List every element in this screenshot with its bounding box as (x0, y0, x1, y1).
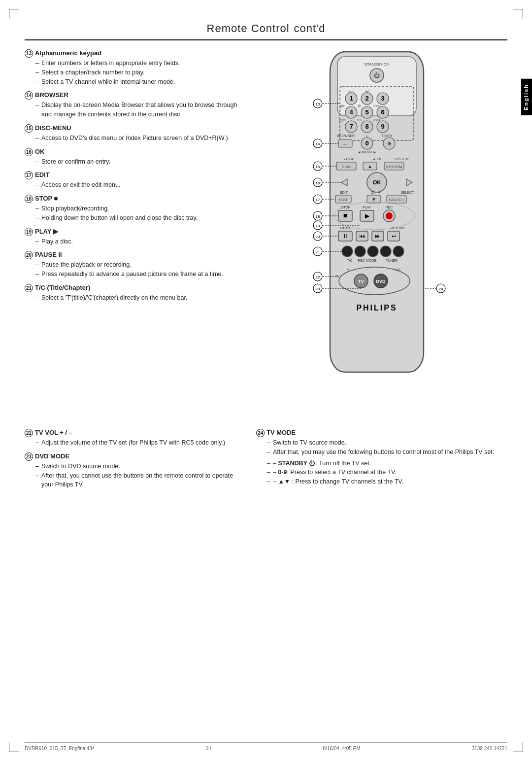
list-item: Select a 'T'(title)/'C'(chapter) directl… (35, 293, 241, 303)
section-20-label: PAUSE II (35, 251, 62, 258)
corner-mark-tl (9, 9, 19, 19)
list-item: Press repeatedly to advance a paused pic… (35, 270, 241, 279)
svg-text:mno: mno (373, 104, 380, 107)
section-14-title: 14 BROWSER (25, 91, 241, 100)
section-16-body: Store or confirm an entry. (35, 157, 241, 167)
list-item: Select a chapter/track number to play. (35, 68, 241, 77)
svg-text:STANDBY-ON: STANDBY-ON (364, 62, 389, 67)
svg-text:OK: OK (373, 179, 381, 185)
list-item: Access or exit the edit menu. (35, 180, 241, 190)
svg-text:EDIT: EDIT (339, 198, 348, 202)
svg-text:TIMER: TIMER (381, 134, 392, 138)
section-15: 15 DISC-MENU Access to DVD's disc menu o… (25, 124, 241, 143)
svg-text:DISC: DISC (341, 165, 351, 169)
list-item: Store or confirm an entry. (35, 157, 241, 167)
list-item: – STANDBY ⏻: Turn off the TV set. (267, 459, 507, 468)
section-14: 14 BROWSER Display the on-screen Media B… (25, 91, 241, 119)
section-22-label: TV VOL + / – (35, 429, 72, 436)
section-23-body: Switch to DVD source mode. After that, y… (35, 462, 241, 489)
section-24-body: Switch to TV source mode. After that, yo… (267, 438, 507, 486)
section-15-label: DISC-MENU (35, 124, 71, 132)
language-tab: English (521, 79, 532, 115)
section-15-body: Access to DVD's disc menu or Index Pictu… (35, 134, 241, 143)
list-item: – ▲▼ : Press to change TV channels at th… (267, 477, 507, 486)
footer-left: DVDR610_615_37_Engfinal434 (25, 746, 95, 751)
list-item: Switch to TV source mode. (267, 438, 507, 448)
svg-text:REC MODE: REC MODE (358, 259, 376, 262)
list-item: Stop playback/recording. (35, 204, 241, 213)
section-15-num: 15 (25, 124, 33, 133)
svg-text:↩: ↩ (392, 233, 396, 239)
section-21: 21 T/C (Title/Chapter) Select a 'T'(titl… (25, 284, 241, 303)
section-22-num: 22 (25, 429, 33, 437)
svg-text:8: 8 (365, 123, 368, 130)
svg-point-87 (380, 246, 391, 257)
section-20-title: 20 PAUSE II (25, 251, 241, 259)
svg-text:5: 5 (365, 108, 368, 116)
section-17-title: 17 EDIT (25, 171, 241, 179)
right-column: STANDBY-ON ⏻ abc def 1 2 3 ghi jkl mno 4… (246, 44, 507, 392)
section-19-body: Play a disc. (35, 237, 241, 246)
svg-text:RETURN: RETURN (390, 226, 404, 230)
svg-text:PAUSE: PAUSE (340, 226, 352, 230)
section-18-title: 18 STOP ■ (25, 195, 241, 203)
section-16-title: 16 OK (25, 148, 241, 156)
footer: DVDR610_615_37_Engfinal434 21 8/16/04, 4… (25, 742, 507, 751)
svg-text:pqrs: pqrs (339, 118, 346, 122)
corner-mark-bl (9, 742, 19, 752)
svg-text:DVD: DVD (376, 279, 386, 284)
svg-text:PHILIPS: PHILIPS (356, 304, 397, 312)
section-21-label: T/C (Title/Chapter) (35, 284, 90, 291)
section-21-title: 21 T/C (Title/Chapter) (25, 284, 241, 292)
section-19-label: PLAY ▶ (35, 228, 58, 235)
svg-text:T/C: T/C (347, 259, 352, 262)
remote-control-svg: STANDBY-ON ⏻ abc def 1 2 3 ghi jkl mno 4… (303, 47, 451, 392)
section-19: 19 PLAY ▶ Play a disc. (25, 228, 241, 246)
footer-center: 21 (206, 746, 211, 751)
section-15-title: 15 DISC-MENU (25, 124, 241, 133)
section-23-title: 23 DVD MODE (25, 452, 241, 461)
svg-text:9: 9 (381, 123, 384, 130)
section-20: 20 PAUSE II Pause the playback or record… (25, 251, 241, 279)
section-23-label: DVD MODE (35, 452, 69, 460)
svg-text:▲ Ch: ▲ Ch (372, 157, 381, 161)
svg-text:SYSTEM: SYSTEM (386, 165, 402, 169)
footer-right: 3139 246 14221 (472, 746, 507, 751)
lower-right: 24 TV MODE Switch to TV source mode. Aft… (256, 429, 507, 494)
svg-text:■: ■ (343, 211, 347, 219)
left-column: 13 Alphanumeric keypad Enter numbers or … (25, 44, 241, 392)
section-22-body: Adjust the volume of the TV set (for Phi… (35, 438, 241, 448)
list-item: Display the on-screen Media Browser that… (35, 101, 241, 119)
list-item: Holding down the button will open and cl… (35, 213, 241, 223)
lower-left: 22 TV VOL + / – Adjust the volume of the… (25, 429, 241, 494)
svg-point-84 (342, 246, 353, 257)
list-item: Switch to DVD source mode. (35, 462, 241, 471)
svg-text:PLAY: PLAY (363, 206, 371, 209)
svg-text:3: 3 (381, 95, 384, 102)
svg-text:TV: TV (358, 279, 364, 284)
section-21-num: 21 (25, 284, 33, 292)
section-18-num: 18 (25, 195, 33, 203)
svg-text:19: 19 (316, 224, 320, 228)
svg-text:▶: ▶ (365, 212, 370, 219)
list-item: Access to DVD's disc menu or Index Pictu… (35, 134, 241, 143)
section-18: 18 STOP ■ Stop playback/recording. Holdi… (25, 195, 241, 223)
svg-text:0: 0 (365, 139, 368, 147)
list-item: Select a TV channel while in internal tu… (35, 77, 241, 87)
svg-text:14: 14 (316, 142, 320, 146)
section-20-num: 20 (25, 251, 33, 259)
svg-text:⊕: ⊕ (387, 140, 392, 146)
main-layout: 13 Alphanumeric keypad Enter numbers or … (25, 44, 507, 392)
svg-text:22: 22 (316, 275, 320, 279)
svg-text:jkl: jkl (358, 104, 362, 108)
svg-text:⏮: ⏮ (359, 233, 365, 240)
list-item: – 0-9: Press to select a TV channel at t… (267, 468, 507, 477)
svg-text:⏻: ⏻ (374, 72, 380, 79)
svg-text:—: — (343, 142, 347, 146)
section-24-title: 24 TV MODE (256, 429, 507, 437)
page-header: Remote Control cont'd (25, 20, 507, 40)
svg-point-85 (355, 246, 366, 257)
svg-text:18: 18 (316, 214, 320, 219)
svg-text:17: 17 (316, 198, 320, 202)
section-17-label: EDIT (35, 171, 50, 178)
